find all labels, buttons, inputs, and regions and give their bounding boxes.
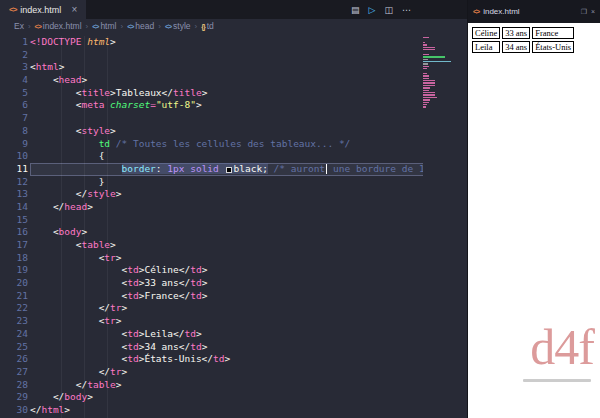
layout-icon[interactable]: ▤	[351, 5, 360, 15]
code-line-16[interactable]: <body>	[30, 226, 453, 239]
color-swatch[interactable]	[226, 167, 232, 173]
code-line-12[interactable]: }	[30, 176, 453, 189]
indent-guide	[61, 36, 62, 418]
code-token: >	[64, 404, 70, 415]
code-token: /* auront	[268, 163, 325, 174]
preview-title: index.html	[483, 7, 519, 16]
code-line-10[interactable]: {	[30, 150, 453, 163]
run-icon[interactable]: ▷	[369, 5, 376, 15]
code-line-17[interactable]: <table>	[30, 239, 453, 252]
code-line-26[interactable]: <td>États-Unis</td>	[30, 353, 453, 366]
code-token: tr	[110, 366, 121, 377]
code-line-23[interactable]: <tr>	[30, 315, 453, 328]
code-token: >Tableaux</	[110, 87, 173, 98]
code-line-9[interactable]: td /* Toutes les cellules des tableaux..…	[30, 138, 453, 151]
rendered-page: Céline33 ansFranceLeila34 ansÉtats-Unis …	[468, 23, 600, 418]
code-line-21[interactable]: <td>France</td>	[30, 290, 453, 303]
tab-label: index.html	[20, 5, 61, 15]
css-selector-icon: {}	[201, 23, 204, 30]
code-line-28[interactable]: </table>	[30, 379, 453, 392]
html-file-icon: <>	[473, 8, 479, 15]
code-line-3[interactable]: <html>	[30, 61, 453, 74]
code-token: >	[225, 353, 231, 364]
code-line-22[interactable]: </tr>	[30, 302, 453, 315]
code-token: >34 ans</	[139, 341, 190, 352]
table-cell: 33 ans	[502, 27, 530, 39]
breadcrumb-separator: ›	[28, 22, 31, 31]
code-area[interactable]: <!DOCTYPE html><html> <head> <title>Tabl…	[30, 36, 453, 418]
code-token: >	[116, 315, 122, 326]
window-restore-icon[interactable]: ❐	[581, 8, 587, 16]
line-number: 14	[0, 201, 28, 214]
code-token: </	[30, 379, 87, 390]
code-token: >	[202, 277, 208, 288]
editor-actions: ▤▷◫⋯	[351, 0, 467, 19]
breadcrumb-item-html[interactable]: <>html	[92, 21, 116, 31]
code-line-6[interactable]: <meta charset="utf-8">	[30, 99, 453, 112]
table-row: Céline33 ansFrance	[472, 27, 574, 39]
code-token: head	[59, 74, 82, 85]
code-line-2[interactable]	[30, 49, 453, 62]
minimap-line	[423, 78, 429, 79]
code-token	[219, 163, 225, 174]
code-editor[interactable]: 1234567891011121314151617181920212223242…	[0, 33, 467, 418]
minimap-line	[423, 99, 430, 100]
code-token: td	[190, 290, 201, 301]
breadcrumb-item-ex[interactable]: Ex	[14, 21, 24, 31]
code-line-25[interactable]: <td>34 ans</td>	[30, 341, 453, 354]
code-token: <	[30, 277, 127, 288]
code-token: "utf-8"	[156, 99, 196, 110]
code-line-18[interactable]: <tr>	[30, 252, 453, 265]
minimap-line	[423, 102, 429, 103]
code-line-14[interactable]: </head>	[30, 201, 453, 214]
breadcrumb-label: style	[173, 21, 190, 31]
minimap-line	[423, 85, 435, 86]
breadcrumb-label: td	[207, 21, 214, 31]
code-token	[30, 163, 122, 174]
code-line-4[interactable]: <head>	[30, 74, 453, 87]
breadcrumb-item-style[interactable]: <>style	[165, 21, 191, 31]
minimap-line	[423, 59, 428, 60]
code-line-19[interactable]: <td>Céline</td>	[30, 264, 453, 277]
breadcrumb-item-td[interactable]: {}td	[201, 21, 214, 31]
minimap-line	[423, 63, 428, 64]
table-cell: Leila	[472, 41, 500, 53]
code-token: charset	[110, 99, 150, 110]
minimap-line	[423, 94, 435, 95]
line-number: 7	[0, 112, 28, 125]
minimap-line	[423, 73, 427, 74]
code-line-24[interactable]: <td>Leila</td>	[30, 328, 453, 341]
window-close-icon[interactable]: ×	[591, 8, 595, 16]
minimap[interactable]	[423, 36, 453, 418]
line-number: 13	[0, 188, 28, 201]
code-line-11[interactable]: border: 1px solid black; /* auront une b…	[30, 163, 453, 176]
minimap-line	[423, 61, 451, 62]
code-line-5[interactable]: <title>Tableaux</title>	[30, 87, 453, 100]
code-token: <	[30, 99, 81, 110]
close-tab-icon[interactable]: ×	[71, 4, 77, 15]
code-line-29[interactable]: </body>	[30, 391, 453, 404]
code-line-13[interactable]: </style>	[30, 188, 453, 201]
tab-index-html[interactable]: <> index.html ×	[0, 0, 86, 19]
table-row: Leila34 ansÉtats-Unis	[472, 41, 574, 53]
line-number: 4	[0, 74, 28, 87]
code-line-7[interactable]	[30, 112, 453, 125]
code-token	[30, 138, 99, 149]
code-line-27[interactable]: </tr>	[30, 366, 453, 379]
code-token: td	[190, 264, 201, 275]
breadcrumb-item-index-html[interactable]: <>index.html	[35, 21, 82, 31]
code-line-30[interactable]: </html>	[30, 404, 453, 417]
code-line-15[interactable]	[30, 214, 453, 227]
preview-header[interactable]: <> index.html ❐×	[468, 0, 600, 23]
split-editor-icon[interactable]: ◫	[384, 5, 393, 15]
breadcrumb-item-head[interactable]: <>head	[127, 21, 154, 31]
more-actions-icon[interactable]: ⋯	[402, 5, 411, 15]
code-line-1[interactable]: <!DOCTYPE html>	[30, 36, 453, 49]
code-token: >	[116, 252, 122, 263]
code-line-8[interactable]: <style>	[30, 125, 453, 138]
line-number: 1	[0, 36, 28, 49]
code-line-20[interactable]: <td>33 ans</td>	[30, 277, 453, 290]
minimap-line	[423, 44, 427, 45]
code-token: solid	[190, 163, 219, 174]
code-token: meta	[81, 99, 104, 110]
